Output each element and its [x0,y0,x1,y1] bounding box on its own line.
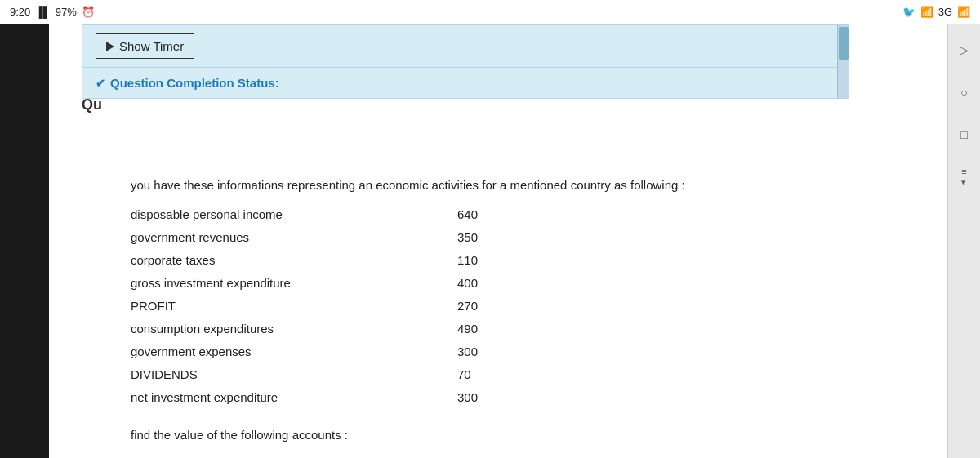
table-row: consumption expenditures490 [131,318,931,340]
table-row: government expenses300 [131,340,931,363]
table-row: gross investment expenditure400 [131,272,931,295]
dropdown-panel: Show Timer ✔ Question Completion Status: [82,24,849,99]
row-value: 490 [457,319,539,339]
dropdown-scrollbar[interactable] [837,25,849,98]
find-text: find the value of the following accounts… [131,425,931,445]
row-label: net investment expenditure [131,388,457,407]
row-label: PROFIT [131,296,457,316]
status-right: 🐦 📶 3G 📶 [902,6,970,18]
status-bar: 9:20 ▐▌ 97% ⏰ 🐦 📶 3G 📶 [0,0,980,24]
table-row: net investment expenditure300 [131,386,931,409]
row-value: 70 [457,365,539,385]
economic-data-table: disposable personal income640government … [131,203,931,409]
row-label: government revenues [131,228,457,247]
row-value: 270 [457,296,539,316]
row-value: 110 [457,251,539,270]
row-value: 300 [457,388,539,407]
row-value: 400 [457,273,539,293]
table-row: disposable personal income640 [131,203,931,226]
wifi-icon: 📶 [920,6,933,18]
square-icon[interactable]: □ [956,126,973,144]
right-sidebar: ▷ ○ □ ≡ ▾ [947,24,980,458]
scrollbar-thumb[interactable] [839,27,849,60]
row-label: DIVIDENDS [131,365,457,385]
row-label: disposable personal income [131,205,457,225]
row-value: 350 [457,228,539,247]
table-row: government revenues350 [131,226,931,249]
row-label: gross investment expenditure [131,273,457,293]
circle-icon[interactable]: ○ [956,83,973,101]
completion-status-row: ✔ Question Completion Status: [82,68,849,98]
completion-status-label: Question Completion Status: [110,76,279,90]
status-left: 9:20 ▐▌ 97% ⏰ [10,6,95,18]
signal-bars-icon: 📶 [957,6,970,18]
question-label-prefix: Qu [82,96,102,113]
question-content: you have these informations representing… [131,176,931,445]
table-row: corporate taxes110 [131,249,931,272]
menu-down-icon[interactable]: ≡ ▾ [956,168,973,186]
battery-percent: 97% [56,6,77,18]
play-icon[interactable]: ▷ [956,41,973,59]
twitter-icon: 🐦 [902,6,915,18]
row-value: 300 [457,342,539,362]
show-timer-label: Show Timer [119,39,184,53]
table-row: DIVIDENDS70 [131,363,931,386]
show-timer-button[interactable]: Show Timer [96,33,194,59]
show-timer-row: Show Timer [82,25,849,68]
intro-text: you have these informations representing… [131,176,931,195]
left-sidebar-strip [0,24,49,458]
table-row: PROFIT270 [131,295,931,318]
row-label: corporate taxes [131,251,457,270]
clock-icon: ⏰ [82,6,95,18]
play-triangle-icon [106,42,114,51]
signal-label: 3G [938,6,952,18]
battery-icon: ▐▌ [35,6,50,18]
row-label: consumption expenditures [131,319,457,339]
row-label: government expenses [131,342,457,362]
row-value: 640 [457,205,539,225]
main-content: Qu Show Timer ✔ Question Completion Stat… [49,24,947,458]
checkmark-icon: ✔ [96,77,105,90]
time-display: 9:20 [10,6,30,18]
